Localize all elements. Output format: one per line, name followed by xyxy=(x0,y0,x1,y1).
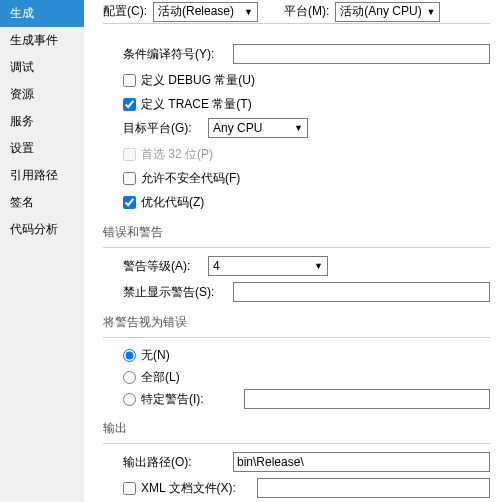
treat-specific-input[interactable] xyxy=(244,389,490,409)
unsafe-checkbox[interactable] xyxy=(123,172,136,185)
config-label: 配置(C): xyxy=(103,3,147,20)
optimize-label: 优化代码(Z) xyxy=(141,194,204,211)
row-treat-all: 全部(L) xyxy=(123,366,490,388)
platform-label: 平台(M): xyxy=(284,3,329,20)
treat-specific-label: 特定警告(I): xyxy=(141,391,239,408)
row-suppress: 禁止显示警告(S): xyxy=(103,280,490,304)
row-xmldoc: XML 文档文件(X): xyxy=(103,476,490,500)
debug-const-checkbox[interactable] xyxy=(123,74,136,87)
row-prefer32: 首选 32 位(P) xyxy=(103,142,490,166)
output-path-label: 输出路径(O): xyxy=(103,454,233,471)
sidebar-item-label: 服务 xyxy=(10,114,34,128)
output-path-input[interactable] xyxy=(233,452,490,472)
config-bar: 配置(C): 活动(Release) ▼ 平台(M): 活动(Any CPU) … xyxy=(103,0,490,24)
config-value: 活动(Release) xyxy=(158,3,234,20)
treat-radiogroup: 无(N) 全部(L) 特定警告(I): xyxy=(103,344,490,410)
row-optimize: 优化代码(Z) xyxy=(103,190,490,214)
sidebar-item-label: 引用路径 xyxy=(10,168,58,182)
sidebar-item-refpaths[interactable]: 引用路径 xyxy=(0,162,84,189)
prefer32-checkbox xyxy=(123,148,136,161)
sidebar-item-signing[interactable]: 签名 xyxy=(0,189,84,216)
row-unsafe: 允许不安全代码(F) xyxy=(103,166,490,190)
trace-const-checkbox[interactable] xyxy=(123,98,136,111)
suppress-label: 禁止显示警告(S): xyxy=(103,284,233,301)
sidebar-item-debug[interactable]: 调试 xyxy=(0,54,84,81)
treat-all-label: 全部(L) xyxy=(141,369,180,386)
symbols-label: 条件编译符号(Y): xyxy=(103,46,233,63)
symbols-input[interactable] xyxy=(233,44,490,64)
sidebar-item-label: 生成 xyxy=(10,6,34,20)
sidebar-item-code-analysis[interactable]: 代码分析 xyxy=(0,216,84,243)
sidebar-item-label: 代码分析 xyxy=(10,222,58,236)
sidebar-item-build-events[interactable]: 生成事件 xyxy=(0,27,84,54)
treat-all-radio[interactable] xyxy=(123,371,136,384)
sidebar-item-settings[interactable]: 设置 xyxy=(0,135,84,162)
prefer32-label: 首选 32 位(P) xyxy=(141,146,213,163)
optimize-checkbox[interactable] xyxy=(123,196,136,209)
sidebar-item-services[interactable]: 服务 xyxy=(0,108,84,135)
chevron-down-icon: ▼ xyxy=(426,7,435,17)
trace-const-label: 定义 TRACE 常量(T) xyxy=(141,96,252,113)
suppress-input[interactable] xyxy=(233,282,490,302)
section-output: 输出 xyxy=(103,420,490,437)
chevron-down-icon: ▼ xyxy=(314,261,323,271)
sidebar-item-label: 资源 xyxy=(10,87,34,101)
row-treat-specific: 特定警告(I): xyxy=(123,388,490,410)
row-treat-none: 无(N) xyxy=(123,344,490,366)
treat-none-label: 无(N) xyxy=(141,347,170,364)
sidebar-item-label: 签名 xyxy=(10,195,34,209)
treat-none-radio[interactable] xyxy=(123,349,136,362)
platform-value: 活动(Any CPU) xyxy=(340,3,421,20)
sidebar-item-label: 设置 xyxy=(10,141,34,155)
target-value: Any CPU xyxy=(213,121,262,135)
xmldoc-label: XML 文档文件(X): xyxy=(141,480,252,497)
sidebar-item-label: 调试 xyxy=(10,60,34,74)
row-symbols: 条件编译符号(Y): xyxy=(103,42,490,66)
xmldoc-checkbox[interactable] xyxy=(123,482,136,495)
config-combo[interactable]: 活动(Release) ▼ xyxy=(153,2,258,22)
row-warn-level: 警告等级(A): 4 ▼ xyxy=(103,254,490,278)
row-output-path: 输出路径(O): xyxy=(103,450,490,474)
platform-combo[interactable]: 活动(Any CPU) ▼ xyxy=(335,2,440,22)
row-debug-const: 定义 DEBUG 常量(U) xyxy=(103,68,490,92)
unsafe-label: 允许不安全代码(F) xyxy=(141,170,240,187)
row-target: 目标平台(G): Any CPU ▼ xyxy=(103,116,490,140)
warn-level-combo[interactable]: 4 ▼ xyxy=(208,256,328,276)
debug-const-label: 定义 DEBUG 常量(U) xyxy=(141,72,255,89)
main-panel: 配置(C): 活动(Release) ▼ 平台(M): 活动(Any CPU) … xyxy=(85,0,500,502)
target-combo[interactable]: Any CPU ▼ xyxy=(208,118,308,138)
sidebar-item-resources[interactable]: 资源 xyxy=(0,81,84,108)
sidebar-item-label: 生成事件 xyxy=(10,33,58,47)
sidebar-item-build[interactable]: 生成 xyxy=(0,0,84,27)
chevron-down-icon: ▼ xyxy=(294,123,303,133)
row-trace-const: 定义 TRACE 常量(T) xyxy=(103,92,490,116)
section-errwarn: 错误和警告 xyxy=(103,224,490,241)
xmldoc-input[interactable] xyxy=(257,478,490,498)
chevron-down-icon: ▼ xyxy=(244,7,253,17)
target-label: 目标平台(G): xyxy=(103,120,208,137)
warn-level-label: 警告等级(A): xyxy=(103,258,208,275)
divider xyxy=(103,337,490,338)
sidebar: 生成 生成事件 调试 资源 服务 设置 引用路径 签名 代码分析 xyxy=(0,0,85,502)
treat-specific-radio[interactable] xyxy=(123,393,136,406)
divider xyxy=(103,247,490,248)
divider xyxy=(103,443,490,444)
section-treat: 将警告视为错误 xyxy=(103,314,490,331)
warn-level-value: 4 xyxy=(213,259,220,273)
